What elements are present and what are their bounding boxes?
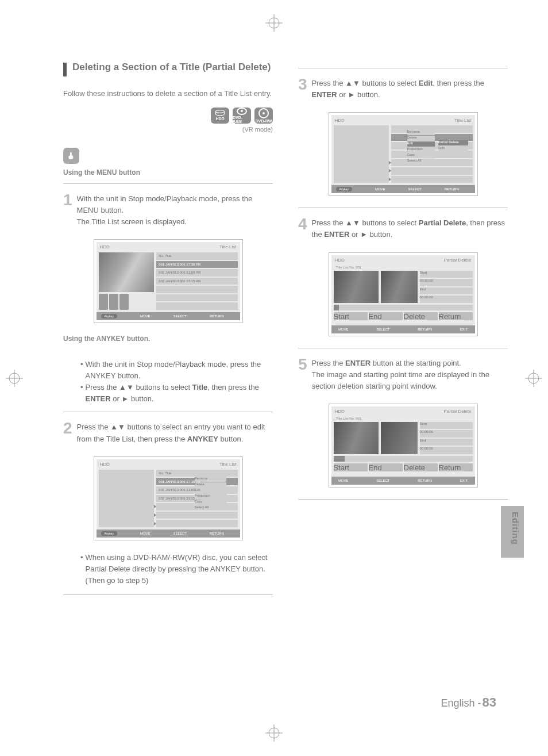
context-submenu: Partial Delete Split	[438, 140, 468, 151]
partial-delete-screen-2: HDD Partial Delete Title List No. 001 St…	[329, 404, 478, 488]
section-bar-icon	[63, 63, 67, 76]
side-tab-label: Editing	[511, 512, 520, 545]
page-footer: English -83	[441, 695, 496, 710]
preview-small	[381, 422, 417, 454]
section-title: Deleting a Section of a Title (Partial D…	[72, 61, 271, 74]
disc-compat-row: HDD DVD-RAM DVD-RW	[63, 108, 273, 124]
mini-icon	[99, 294, 108, 310]
bullet-1b: Press the ▲▼ buttons to select Title, th…	[86, 382, 273, 405]
step-number: 1	[63, 192, 72, 208]
title-list-screen-2: HDD Title List No. Title 001 JAN/01/2006…	[94, 456, 243, 540]
list-item: 001 JAN/01/2006 17:30 PR	[156, 261, 237, 268]
step-5-sub: The image and starting point time are di…	[312, 370, 489, 390]
footer-select: SELECT	[173, 314, 187, 318]
step-2: 2 Press the ▲▼ buttons to select an entr…	[63, 412, 273, 444]
screen-header-right: Title List	[219, 244, 237, 250]
partial-delete-screen-1: HDD Partial Delete Title List No. 001 St…	[329, 252, 478, 336]
footer-exit: EXIT	[247, 314, 254, 318]
context-menu: Rename Delete Edit Protection Copy Selec…	[195, 477, 226, 511]
bullet-1a: With the unit in Stop mode/Playback mode…	[86, 359, 273, 382]
list-header: No. Title	[156, 252, 237, 260]
dvd-rw-icon: DVD-RW	[254, 108, 273, 124]
footer-return: RETURN	[210, 314, 224, 318]
list-item	[156, 294, 237, 302]
anykey-button-label: Using the ANYKEY button.	[63, 335, 273, 343]
preview-large	[334, 271, 379, 303]
dvd-ram-icon: DVD-RAM	[233, 108, 251, 124]
preview-large	[334, 422, 379, 454]
mini-icon	[119, 294, 129, 310]
vr-mode-label: (VR mode)	[63, 126, 273, 133]
screen-header-left: HDD	[100, 244, 110, 250]
step-1: 1 With the unit in Stop mode/Playback mo…	[63, 183, 273, 228]
note-text-2: (Then go to step 5)	[86, 576, 149, 585]
step-4: 4 Press the ▲▼ buttons to select Partial…	[298, 208, 508, 240]
step-5: 5 Press the ENTER button at the starting…	[298, 348, 508, 392]
footer-move: MOVE	[140, 314, 150, 318]
svg-point-12	[216, 110, 225, 113]
mini-icon	[109, 294, 118, 310]
list-item: 003 JAN/01/2006 23:15 PR	[156, 278, 237, 285]
step-1-sub: The Title List screen is displayed.	[77, 217, 187, 226]
section-intro: Follow these instructions to delete a se…	[63, 88, 273, 99]
timeline-bar	[334, 305, 473, 310]
list-item: 002 JAN/01/2006 21:00 PR	[156, 269, 237, 277]
title-list-screen-3: HDD Title List	[329, 112, 478, 196]
menu-button-label: Using the MENU button	[63, 168, 273, 176]
hdd-icon: HDD	[211, 108, 229, 124]
timeline-bar	[334, 456, 473, 462]
note-text: When using a DVD-RAM/-RW(VR) disc, you c…	[86, 553, 268, 573]
list-item	[156, 302, 237, 310]
preview-thumbnail	[99, 252, 155, 292]
list-item	[156, 286, 237, 293]
preview-small	[381, 271, 417, 303]
step-number: 2	[63, 420, 72, 436]
step-1-text: With the unit in Stop mode/Playback mode…	[77, 194, 253, 214]
preview-thumbnail	[99, 470, 155, 527]
title-list-screen-1: HDD Title List No	[94, 239, 243, 323]
context-menu: Rename Delete Edit Protection Copy Selec…	[407, 130, 435, 164]
step-3: 3 Press the ▲▼ buttons to select Edit, t…	[298, 68, 508, 101]
anykey-pill: Anykey	[101, 314, 117, 318]
hand-press-icon	[63, 148, 79, 164]
